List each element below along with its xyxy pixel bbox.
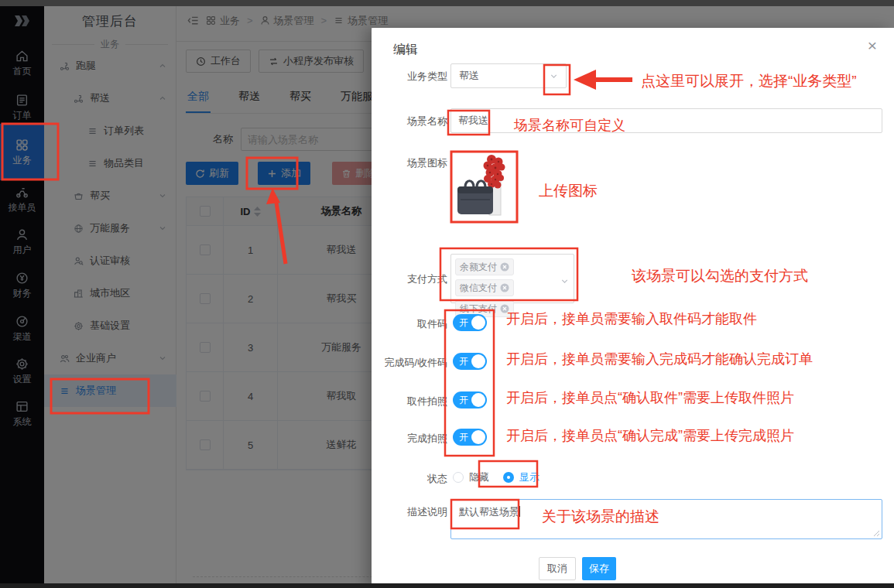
pickup-photo-label: 取件拍照 bbox=[372, 395, 447, 409]
window-top-strip bbox=[0, 0, 894, 6]
description-value: 默认帮送场景 bbox=[459, 506, 519, 518]
toggle-knob bbox=[471, 393, 485, 407]
payment-method-select[interactable]: 余额支付 微信支付 线下支付 bbox=[450, 254, 574, 303]
radio-label: 显示 bbox=[519, 470, 539, 484]
radio-icon[interactable] bbox=[453, 472, 464, 483]
pickup-code-toggle[interactable]: 开 bbox=[453, 314, 487, 331]
tag-close-icon[interactable] bbox=[500, 304, 509, 313]
status-label: 状态 bbox=[372, 472, 447, 486]
tag-label: 线下支付 bbox=[460, 303, 497, 316]
toggle-on-label: 开 bbox=[459, 317, 468, 328]
business-type-select[interactable]: 帮送 bbox=[450, 63, 567, 88]
business-type-value: 帮送 bbox=[459, 69, 479, 83]
chevron-down-icon bbox=[549, 71, 559, 81]
finish-code-toggle[interactable]: 开 bbox=[453, 353, 487, 370]
edit-dialog: 编辑 × 业务类型 帮送 场景名称 场景图标 bbox=[372, 28, 894, 588]
status-radio-hidden[interactable]: 隐藏 bbox=[453, 470, 489, 484]
description-label: 描述说明 bbox=[372, 505, 447, 519]
save-button[interactable]: 保存 bbox=[582, 557, 616, 580]
toggle-on-label: 开 bbox=[459, 432, 468, 443]
toggle-knob bbox=[471, 316, 485, 330]
tag-close-icon[interactable] bbox=[500, 283, 509, 292]
scene-icon-upload[interactable] bbox=[453, 153, 514, 220]
scene-name-input[interactable] bbox=[450, 108, 882, 133]
radio-label: 隐藏 bbox=[469, 470, 489, 484]
payment-tag-balance: 余额支付 bbox=[455, 258, 514, 275]
payment-tag-wechat: 微信支付 bbox=[455, 279, 514, 296]
scene-icon-image bbox=[453, 153, 514, 220]
screen: 业务 > 场景管理 > 场景管理 工作台 小程序发布审核 bbox=[0, 0, 894, 588]
finish-code-label: 完成码/收件码 bbox=[372, 356, 447, 370]
toggle-on-label: 开 bbox=[459, 395, 468, 405]
business-type-label: 业务类型 bbox=[372, 70, 447, 84]
pickup-photo-toggle[interactable]: 开 bbox=[453, 391, 487, 409]
toggle-knob bbox=[471, 430, 485, 444]
finish-photo-label: 完成拍照 bbox=[372, 432, 447, 446]
modal-overlay-mask bbox=[0, 0, 372, 588]
dialog-title: 编辑 bbox=[393, 42, 418, 58]
tag-label: 微信支付 bbox=[460, 282, 497, 295]
tag-label: 余额支付 bbox=[460, 261, 497, 274]
status-radio-visible[interactable]: 显示 bbox=[503, 470, 539, 484]
finish-photo-toggle[interactable]: 开 bbox=[453, 429, 487, 446]
tag-close-icon[interactable] bbox=[500, 262, 509, 272]
text-cursor bbox=[519, 506, 520, 517]
radio-selected-icon[interactable] bbox=[503, 472, 514, 483]
scene-name-label: 场景名称 bbox=[372, 115, 447, 128]
scene-icon-label: 场景图标 bbox=[372, 156, 447, 170]
resize-handle-icon[interactable] bbox=[872, 529, 880, 537]
close-icon[interactable]: × bbox=[868, 37, 877, 53]
pickup-code-label: 取件码 bbox=[372, 317, 447, 331]
chevron-down-icon bbox=[560, 276, 570, 286]
payment-method-label: 支付方式 bbox=[372, 272, 447, 286]
window-bottom-strip bbox=[0, 583, 894, 588]
description-textarea[interactable]: 默认帮送场景 bbox=[450, 499, 882, 539]
cancel-button[interactable]: 取消 bbox=[539, 557, 576, 580]
toggle-knob bbox=[471, 354, 485, 368]
toggle-on-label: 开 bbox=[459, 356, 468, 367]
